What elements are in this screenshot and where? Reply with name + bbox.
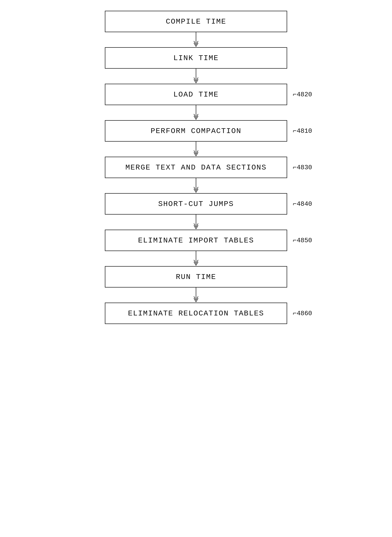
box-short-cut-jumps-label: SHORT-CUT JUMPS xyxy=(158,200,234,208)
arrow-8 xyxy=(193,288,199,303)
box-eliminate-import: ELIMINATE IMPORT TABLES ⌐4850 xyxy=(105,230,287,251)
label-4830: ⌐4830 xyxy=(293,164,312,171)
box-run-time: RUN TIME xyxy=(105,266,287,288)
label-4810: ⌐4810 xyxy=(293,127,312,135)
box-load-time-label: LOAD TIME xyxy=(173,90,219,99)
box-eliminate-relocation: ELIMINATE RELOCATION TABLES ⌐4860 xyxy=(105,303,287,324)
arrow-4 xyxy=(193,142,199,157)
box-short-cut-jumps: SHORT-CUT JUMPS ⌐4840 xyxy=(105,193,287,215)
box-link-time-label: LINK TIME xyxy=(173,54,219,62)
arrow-2 xyxy=(193,69,199,84)
box-eliminate-relocation-label: ELIMINATE RELOCATION TABLES xyxy=(128,309,264,318)
label-4820: ⌐4820 xyxy=(293,91,312,98)
box-perform-compaction: PERFORM COMPACTION ⌐4810 xyxy=(105,120,287,142)
diagram-container: COMPILE TIME LINK TIME LOAD TIME ⌐4820 xyxy=(0,0,392,537)
arrow-5 xyxy=(193,178,199,193)
box-run-time-label: RUN TIME xyxy=(176,273,216,281)
box-eliminate-import-label: ELIMINATE IMPORT TABLES xyxy=(138,236,254,245)
arrow-1 xyxy=(193,32,199,47)
arrow-3 xyxy=(193,105,199,120)
label-4850: ⌐4850 xyxy=(293,237,312,244)
box-merge-text: MERGE TEXT AND DATA SECTIONS ⌐4830 xyxy=(105,157,287,178)
flow-wrapper: COMPILE TIME LINK TIME LOAD TIME ⌐4820 xyxy=(91,11,301,324)
box-compile-time-label: COMPILE TIME xyxy=(166,17,226,26)
box-merge-text-label: MERGE TEXT AND DATA SECTIONS xyxy=(125,163,267,172)
box-link-time: LINK TIME xyxy=(105,47,287,69)
label-4840: ⌐4840 xyxy=(293,200,312,208)
arrow-6 xyxy=(193,215,199,230)
box-load-time: LOAD TIME ⌐4820 xyxy=(105,84,287,105)
label-4860: ⌐4860 xyxy=(293,310,312,317)
box-perform-compaction-label: PERFORM COMPACTION xyxy=(151,127,241,135)
arrow-7 xyxy=(193,251,199,266)
box-compile-time: COMPILE TIME xyxy=(105,11,287,32)
